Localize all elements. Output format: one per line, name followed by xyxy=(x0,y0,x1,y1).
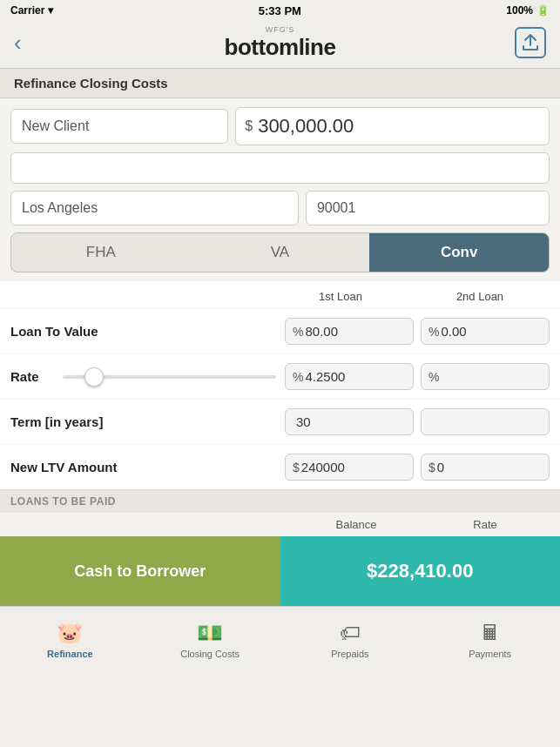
wfg-label: WFG'S xyxy=(266,25,295,34)
term-col2-wrapper xyxy=(421,408,550,435)
payments-icon: 🖩 xyxy=(480,621,501,645)
dollar-sign: $ xyxy=(236,118,258,134)
loans-header: Balance Rate xyxy=(0,513,560,536)
prepaids-icon: 🏷 xyxy=(340,621,361,645)
rate-col1-prefix: % xyxy=(293,370,303,384)
header: ‹ WFG'S bottomline xyxy=(0,21,560,68)
va-button[interactable]: VA xyxy=(191,233,370,272)
term-col2-input[interactable] xyxy=(428,414,542,429)
new-ltv-label: New LTV Amount xyxy=(10,460,285,474)
tab-payments[interactable]: 🖩 Payments xyxy=(420,607,560,670)
new-ltv-col2-wrapper: $ xyxy=(421,454,550,481)
client-input[interactable] xyxy=(10,109,228,144)
new-ltv-row: New LTV Amount $ $ xyxy=(0,444,560,489)
tab-payments-label: Payments xyxy=(469,649,511,659)
loans-col2-label: Rate xyxy=(421,518,550,531)
tab-refinance-label: Refinance xyxy=(47,649,93,659)
rate-col1-wrapper: % xyxy=(285,363,414,390)
cash-amount-display[interactable]: $228,410.00 xyxy=(280,536,561,606)
closing-costs-icon: 💵 xyxy=(197,621,223,645)
term-row: Term [in years] xyxy=(0,399,560,444)
wifi-icon: ▾ xyxy=(48,4,53,17)
table-header: 1st Loan 2nd Loan xyxy=(0,281,560,308)
rate-col2-wrapper: % xyxy=(421,363,550,390)
tab-closing-costs-label: Closing Costs xyxy=(180,649,240,659)
status-left: Carrier ▾ xyxy=(10,4,53,17)
rate-slider-track[interactable] xyxy=(63,375,276,379)
col2-label: 2nd Loan xyxy=(410,290,550,303)
col1-label: 1st Loan xyxy=(271,290,410,303)
fha-button[interactable]: FHA xyxy=(11,233,191,272)
term-inputs xyxy=(285,408,550,435)
battery-label: 100% xyxy=(506,4,533,17)
status-time: 5:33 PM xyxy=(259,4,301,17)
loan-type-toggle: FHA VA Conv xyxy=(10,232,550,273)
tab-closing-costs[interactable]: 💵 Closing Costs xyxy=(140,607,280,670)
tab-prepaids[interactable]: 🏷 Prepaids xyxy=(280,607,421,670)
ltv-col1-wrapper: % xyxy=(285,318,414,345)
city-input[interactable] xyxy=(10,191,299,225)
ltv-inputs: % % xyxy=(285,318,550,345)
rate-label: Rate xyxy=(10,369,54,384)
battery-icon: 🔋 xyxy=(536,4,550,17)
tab-bar: 🐷 Refinance 💵 Closing Costs 🏷 Prepaids 🖩… xyxy=(0,606,560,670)
term-label: Term [in years] xyxy=(10,414,285,429)
tab-refinance[interactable]: 🐷 Refinance xyxy=(0,607,140,670)
zip-input[interactable] xyxy=(306,191,550,225)
rate-col2-input[interactable] xyxy=(441,369,542,384)
new-ltv-col2-prefix: $ xyxy=(428,461,435,474)
loans-section-label: LOANS TO BE PAID xyxy=(0,489,560,513)
rate-col2-prefix: % xyxy=(428,370,439,384)
new-ltv-inputs: $ $ xyxy=(285,454,550,481)
amount-wrapper: $ xyxy=(235,107,550,145)
carrier-label: Carrier xyxy=(10,4,44,17)
form-area: $ FHA VA Conv xyxy=(0,98,560,281)
conv-button[interactable]: Conv xyxy=(369,233,549,272)
status-bar: Carrier ▾ 5:33 PM 100% 🔋 xyxy=(0,0,560,21)
section-title: Refinance Closing Costs xyxy=(0,68,560,98)
term-col1-input[interactable] xyxy=(293,414,406,429)
loans-col1-label: Balance xyxy=(292,518,421,531)
share-button[interactable] xyxy=(515,27,546,58)
back-button[interactable]: ‹ xyxy=(14,30,45,57)
brand-name: bottomline xyxy=(225,34,336,61)
new-ltv-col2-input[interactable] xyxy=(437,460,542,474)
ltv-col2-wrapper: % xyxy=(421,318,550,345)
tab-prepaids-label: Prepaids xyxy=(331,649,368,659)
ltv-col2-input[interactable] xyxy=(441,324,542,339)
ltv-col1-prefix: % xyxy=(293,325,303,339)
action-bar: Cash to Borrower $228,410.00 xyxy=(0,536,560,606)
term-col1-wrapper xyxy=(285,408,414,435)
refinance-icon: 🐷 xyxy=(57,621,83,645)
rate-inputs: % % xyxy=(285,363,550,390)
rate-slider-thumb[interactable] xyxy=(84,367,104,387)
client-amount-row: $ xyxy=(10,107,550,145)
amount-input[interactable] xyxy=(258,108,549,145)
location-row xyxy=(10,191,550,225)
empty-row xyxy=(10,152,550,184)
status-right: 100% 🔋 xyxy=(506,4,550,17)
ltv-label: Loan To Value xyxy=(10,324,285,339)
rate-col1-input[interactable] xyxy=(305,369,406,384)
main-content: 1st Loan 2nd Loan Loan To Value % % Rate… xyxy=(0,281,560,536)
rate-row: Rate % % xyxy=(0,353,560,399)
ltv-col1-input[interactable] xyxy=(305,324,406,339)
new-ltv-col1-wrapper: $ xyxy=(285,454,414,481)
cash-to-borrower-button[interactable]: Cash to Borrower xyxy=(0,536,280,606)
loan-to-value-row: Loan To Value % % xyxy=(0,308,560,353)
ltv-col2-prefix: % xyxy=(428,325,439,339)
new-ltv-col1-input[interactable] xyxy=(301,460,406,474)
new-ltv-col1-prefix: $ xyxy=(293,461,300,474)
app-title-area: WFG'S bottomline xyxy=(225,25,336,61)
